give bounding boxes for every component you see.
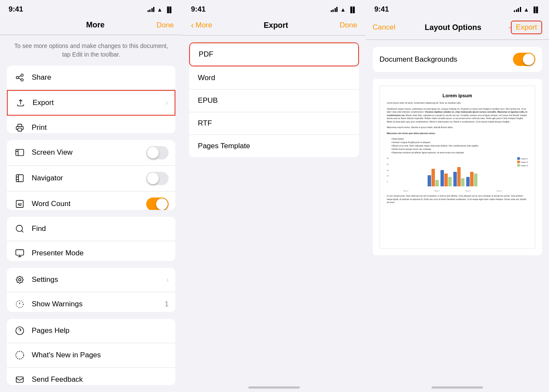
nav-bar-layout: Cancel Layout Options → Export	[366, 17, 549, 40]
menu-item-export[interactable]: Export ›	[7, 90, 175, 116]
screen-view-toggle[interactable]	[146, 146, 169, 159]
menu-item-warnings[interactable]: Show Warnings 1	[7, 292, 175, 312]
export-item-word[interactable]: Word	[189, 67, 359, 90]
help-icon	[14, 325, 26, 337]
settings-chevron-icon: ›	[166, 276, 169, 284]
bar-4-col1	[466, 177, 470, 186]
status-time-3: 9:41	[374, 5, 389, 14]
export-item-pages-template[interactable]: Pages Template	[189, 135, 359, 157]
settings-icon	[14, 274, 26, 286]
chart-bar-groups	[390, 161, 515, 186]
chart-group-2	[440, 170, 452, 186]
battery-icon-2: ▐▌	[348, 6, 357, 13]
status-icons-3: ▲ ▐▌	[514, 6, 540, 13]
print-icon	[14, 122, 26, 133]
export-item-pdf[interactable]: PDF	[190, 43, 358, 66]
battery-icon-3: ▐▌	[532, 6, 540, 13]
pages-help-label: Pages Help	[32, 326, 169, 335]
back-button-export[interactable]: ‹ More	[191, 21, 212, 30]
share-icon	[14, 72, 26, 84]
battery-icon-1: ▐▌	[165, 6, 174, 13]
menu-item-print[interactable]: Print	[7, 116, 175, 133]
status-icons-1: ▲ ▐▌	[148, 6, 174, 13]
chart-x-labels: Row 1Row 2Row 3Row 4	[390, 190, 515, 192]
word-count-toggle[interactable]	[146, 197, 169, 210]
preview-footer: In non mauris justo. Duis vehicula nisi …	[387, 195, 528, 204]
bar-4-col2	[470, 172, 474, 186]
svg-point-9	[16, 351, 24, 359]
status-bar-1: 9:41 ▲ ▐▌	[0, 0, 182, 17]
export-item-epub[interactable]: EPUB	[189, 90, 359, 112]
signal-icon-3	[514, 7, 521, 12]
menu-section-1: Share Export › Print	[7, 66, 175, 133]
svg-text:42: 42	[18, 203, 22, 206]
rtf-label: RTF	[198, 119, 212, 128]
export-label: Export	[33, 99, 166, 107]
svg-rect-0	[16, 150, 24, 156]
export-btn-area: → Export	[511, 21, 542, 34]
menu-section-2: Screen View Navigator 42	[7, 140, 175, 210]
menu-item-screen-view[interactable]: Screen View	[7, 140, 175, 166]
menu-item-whats-new[interactable]: What's New in Pages	[7, 343, 175, 368]
preview-para3: Maecenas non lorem quis tellus placerat …	[387, 132, 528, 135]
chart-group-4	[466, 172, 477, 186]
signal-icon-1	[148, 7, 155, 12]
done-button-more[interactable]: Done	[157, 21, 174, 30]
chart-legend: Column 1 Column 2 Column 3	[517, 157, 528, 167]
preview-bullet-3: • Mauris id ex erat. Nam vulputate neque…	[391, 144, 528, 147]
chart-area: 806040200	[387, 157, 528, 192]
nav-title-more: More	[86, 21, 105, 30]
legend-col1: Column 1	[517, 157, 528, 160]
menu-section-4: Settings › Show Warnings 1	[7, 268, 175, 312]
menu-section-5: Pages Help What's New in Pages Send Feed…	[7, 319, 175, 385]
preview-para2: Maecenas mauris lectus, lobortis et puru…	[387, 126, 528, 129]
menu-item-word-count[interactable]: 42 Word Count	[7, 192, 175, 210]
bar-2-col3	[448, 177, 452, 186]
bar-2-col1	[440, 170, 444, 186]
navigator-label: Navigator	[32, 174, 146, 183]
status-bar-2: 9:41 ▲ ▐▌	[182, 0, 365, 17]
screen-view-label: Screen View	[32, 148, 146, 157]
bar-2-col2	[444, 174, 448, 186]
epub-label: EPUB	[198, 96, 217, 105]
menu-item-find[interactable]: Find	[7, 217, 175, 241]
menu-item-presenter[interactable]: Presenter Mode	[7, 241, 175, 261]
cancel-button[interactable]: Cancel	[373, 23, 395, 32]
menu-item-settings[interactable]: Settings ›	[7, 268, 175, 292]
svg-point-6	[18, 278, 21, 281]
back-label-export: More	[196, 21, 212, 30]
more-subtitle: To see more options and make changes to …	[0, 35, 182, 66]
warnings-icon	[14, 298, 26, 310]
pdf-label: PDF	[199, 50, 213, 59]
toggle-thumb	[147, 147, 159, 159]
doc-backgrounds-row: Document Backgrounds	[373, 47, 542, 72]
wifi-icon-2: ▲	[340, 6, 346, 13]
preview-bullet-5: • Maecenas tincidunt ad efficitur ligula…	[391, 151, 528, 154]
screen-view-icon	[14, 147, 26, 159]
svg-rect-5	[16, 250, 24, 255]
export-button-layout[interactable]: Export	[511, 21, 542, 34]
status-icons-2: ▲ ▐▌	[331, 6, 357, 13]
pages-template-label: Pages Template	[198, 142, 250, 150]
find-icon	[14, 223, 26, 235]
nav-title-layout: Layout Options	[425, 23, 481, 32]
panel-layout-options: 9:41 ▲ ▐▌ Cancel Layout Options → Export…	[366, 0, 549, 392]
print-label: Print	[32, 123, 169, 132]
svg-rect-1	[16, 175, 24, 182]
preview-bullet-4: • Morbi viverra semper lorem nec molesti…	[391, 148, 528, 150]
done-button-export[interactable]: Done	[340, 21, 357, 30]
menu-item-help[interactable]: Pages Help	[7, 319, 175, 343]
menu-item-feedback[interactable]: Send Feedback	[7, 368, 175, 385]
doc-backgrounds-toggle[interactable]	[513, 53, 535, 66]
export-item-rtf[interactable]: RTF	[189, 112, 359, 135]
menu-item-navigator[interactable]: Navigator	[7, 166, 175, 192]
warnings-label: Show Warnings	[32, 300, 165, 308]
wifi-icon-1: ▲	[157, 6, 163, 13]
export-chevron-icon: ›	[166, 99, 168, 107]
chart-group-1	[428, 169, 439, 186]
navigator-toggle[interactable]	[146, 172, 169, 185]
nav-title-export: Export	[264, 21, 288, 30]
legend-col3: Column 3	[517, 164, 528, 167]
preview-body: Vestibulum neque massa, scelerisque sit …	[387, 108, 528, 124]
menu-item-share[interactable]: Share	[7, 66, 175, 90]
